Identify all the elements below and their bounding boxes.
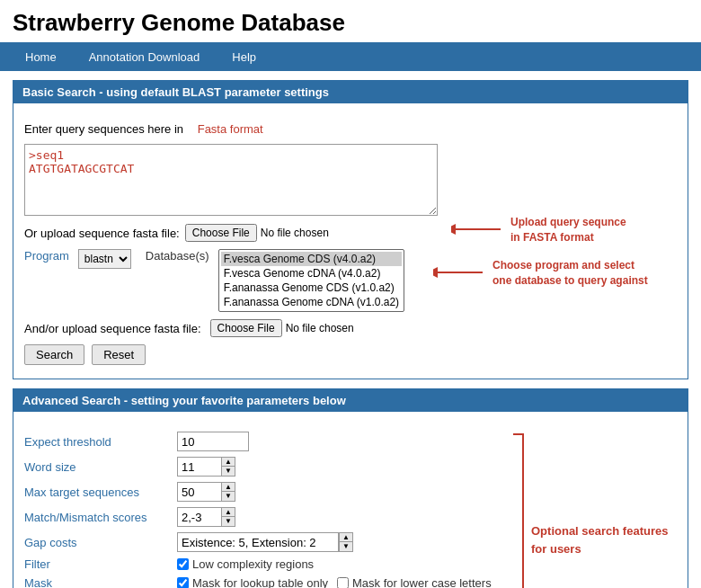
max-targets-down[interactable]: ▼ <box>222 492 235 501</box>
red-bracket <box>513 433 524 588</box>
word-size-input[interactable] <box>177 457 222 477</box>
optional-callout-wrapper: Optional search featuresfor users <box>513 424 675 588</box>
basic-search-header: Basic Search - using default BLAST param… <box>13 81 688 103</box>
max-targets-control: ▲ ▼ <box>177 482 235 502</box>
match-mismatch-control: ▲ ▼ <box>177 507 235 527</box>
advanced-search-header: Advanced Search - setting your favorite … <box>13 389 688 412</box>
gap-costs-up[interactable]: ▲ <box>340 533 352 542</box>
reset-button[interactable]: Reset <box>92 344 146 365</box>
basic-search-section: Basic Search - using default BLAST param… <box>13 80 688 379</box>
upload-arrow-svg <box>451 222 505 236</box>
mask-lookup-checkbox[interactable] <box>177 577 189 588</box>
word-size-control: ▲ ▼ <box>177 457 235 477</box>
upload-file-input[interactable] <box>185 224 389 242</box>
word-size-spinner: ▲ ▼ <box>177 457 235 477</box>
fasta-label-row: Enter query sequences here in Fasta form… <box>24 122 677 136</box>
gap-costs-spinner-btns: ▲ ▼ <box>339 532 353 552</box>
upload-callout-text: Upload query sequncein FASTA format <box>510 215 668 245</box>
match-mismatch-spinner-btns: ▲ ▼ <box>222 507 235 527</box>
max-targets-spinner: ▲ ▼ <box>177 482 235 502</box>
page-title: Strawberry Genome Database <box>0 0 701 42</box>
gap-costs-wrapper: ▲ ▼ <box>177 532 353 552</box>
advanced-search-section: Advanced Search - setting your favorite … <box>13 388 688 588</box>
filter-text: Low complexity regions <box>192 557 314 571</box>
match-mismatch-spinner: ▲ ▼ <box>177 507 235 527</box>
program-select[interactable]: blastn <box>78 249 131 269</box>
choose-callout-text: Choose program and selectone database to… <box>492 258 668 289</box>
match-mismatch-label: Match/Mismatch scores <box>24 511 177 524</box>
filter-label: Filter <box>24 557 177 571</box>
max-targets-label: Max target sequences <box>24 486 177 499</box>
database-select[interactable]: F.vesca Genome CDS (v4.0.a2)F.vesca Geno… <box>218 249 404 312</box>
nav-bar: Home Annotation Download Help <box>0 42 701 71</box>
nav-help[interactable]: Help <box>216 42 272 71</box>
upload2-file-input[interactable] <box>210 319 414 337</box>
max-targets-up[interactable]: ▲ <box>222 483 235 492</box>
mask-control: Mask for lookup table only Mask for lowe… <box>177 576 492 588</box>
gap-costs-control: ▲ ▼ <box>177 532 353 552</box>
basic-buttons-row: Search Reset <box>24 344 677 365</box>
mask-lookup-text: Mask for lookup table only <box>192 576 328 588</box>
filter-checkbox[interactable] <box>177 558 189 570</box>
match-mismatch-input[interactable] <box>177 507 222 527</box>
expect-control <box>177 432 249 451</box>
program-label: Program <box>24 249 69 263</box>
max-targets-input[interactable] <box>177 482 222 502</box>
mask-lowercase-checkbox[interactable] <box>337 577 349 588</box>
filter-checkbox-label[interactable]: Low complexity regions <box>177 557 314 571</box>
nav-annotation[interactable]: Annotation Download <box>73 42 217 71</box>
word-size-label: Word size <box>24 460 177 474</box>
optional-callout: Optional search featuresfor users <box>531 522 675 557</box>
match-mismatch-down[interactable]: ▼ <box>222 517 235 526</box>
db-label: Database(s) <box>146 249 209 263</box>
upload2-label: And/or upload sequence fasta file: <box>24 322 201 335</box>
advanced-content: Expect threshold Word size ▲ ▼ Max targe… <box>13 419 688 588</box>
upload2-row: And/or upload sequence fasta file: <box>24 319 677 337</box>
mask-label: Mask <box>24 576 177 588</box>
gap-costs-label: Gap costs <box>24 536 177 549</box>
query-textarea[interactable]: >seq1 ATGTGATAGCGTCAT <box>24 144 438 216</box>
word-size-spinner-btns: ▲ ▼ <box>222 457 235 477</box>
expect-label: Expect threshold <box>24 435 177 449</box>
db-arrow-svg <box>433 265 487 280</box>
mask-lookup-label[interactable]: Mask for lookup table only <box>177 576 328 588</box>
word-size-up[interactable]: ▲ <box>222 458 235 467</box>
search-button[interactable]: Search <box>24 344 84 365</box>
query-textarea-wrapper: >seq1 ATGTGATAGCGTCAT <box>24 140 677 218</box>
query-label: Enter query sequences here in <box>24 122 183 136</box>
max-targets-spinner-btns: ▲ ▼ <box>222 482 235 502</box>
gap-costs-input[interactable] <box>177 532 339 552</box>
mask-lowercase-label[interactable]: Mask for lower case letters <box>337 576 492 588</box>
word-size-down[interactable]: ▼ <box>222 467 235 476</box>
upload-label: Or upload sequence fasta file: <box>24 227 180 240</box>
gap-costs-down[interactable]: ▼ <box>340 542 352 551</box>
fasta-format-link[interactable]: Fasta format <box>198 122 263 136</box>
match-mismatch-up[interactable]: ▲ <box>222 508 235 517</box>
mask-lowercase-text: Mask for lower case letters <box>352 576 492 588</box>
nav-home[interactable]: Home <box>9 42 73 71</box>
expect-input[interactable] <box>177 432 249 451</box>
filter-control: Low complexity regions <box>177 557 314 571</box>
